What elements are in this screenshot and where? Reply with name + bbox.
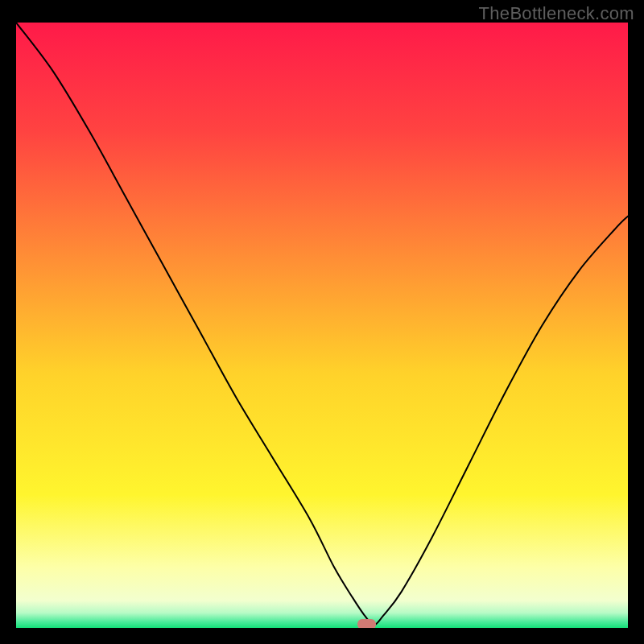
- curve-path: [16, 23, 628, 625]
- min-marker: [357, 619, 376, 628]
- watermark-text: TheBottleneck.com: [479, 3, 634, 24]
- chart-stage: TheBottleneck.com: [0, 0, 644, 644]
- bottleneck-curve: [16, 23, 628, 628]
- plot-area: [16, 23, 628, 628]
